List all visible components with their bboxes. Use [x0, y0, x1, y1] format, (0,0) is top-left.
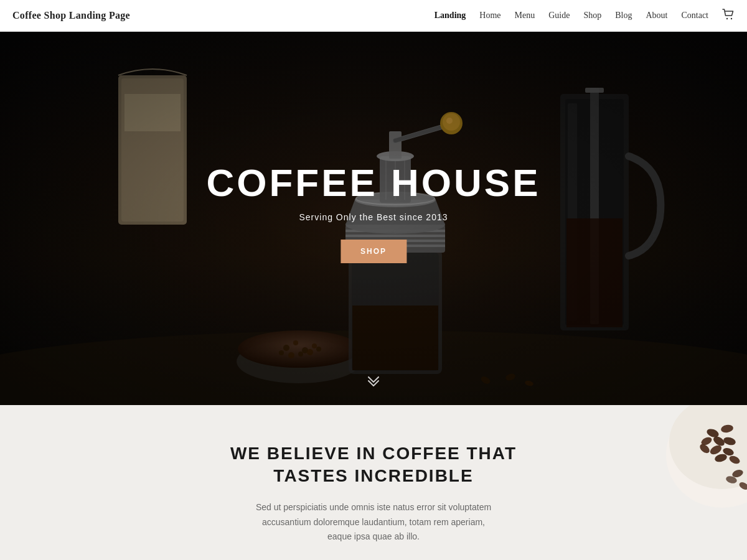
hero-title: COFFEE HOUSE [206, 164, 540, 202]
scroll-indicator [366, 373, 381, 390]
about-text-container: WE BELIEVE IN COFFEE THAT TASTES INCREDI… [187, 442, 560, 544]
header: Coffee Shop Landing Page Landing Home Me… [0, 0, 747, 32]
beans-corner [622, 405, 747, 542]
hero-content: COFFEE HOUSE Serving Only the Best since… [206, 164, 540, 263]
hero-shop-button[interactable]: SHOP [341, 240, 406, 263]
nav-item-home[interactable]: Home [479, 11, 500, 21]
about-section: WE BELIEVE IN COFFEE THAT TASTES INCREDI… [0, 405, 747, 560]
about-body: Sed ut perspiciatis unde omnis iste natu… [255, 500, 492, 544]
nav-item-blog[interactable]: Blog [615, 11, 632, 21]
svg-point-0 [726, 17, 728, 19]
nav-item-guide[interactable]: Guide [548, 11, 570, 21]
cart-icon[interactable] [722, 9, 735, 23]
about-title: WE BELIEVE IN COFFEE THAT TASTES INCREDI… [218, 442, 529, 488]
nav-item-shop[interactable]: Shop [583, 11, 601, 21]
svg-point-1 [731, 17, 732, 19]
site-logo: Coffee Shop Landing Page [12, 10, 130, 21]
hero-subtitle: Serving Only the Best since 2013 [206, 212, 540, 222]
nav-item-landing[interactable]: Landing [435, 11, 466, 21]
nav-item-contact[interactable]: Contact [681, 11, 708, 21]
nav-item-about[interactable]: About [646, 11, 667, 21]
hero-section: COFFEE HOUSE Serving Only the Best since… [0, 32, 747, 405]
nav-item-menu[interactable]: Menu [515, 11, 535, 21]
main-nav: Landing Home Menu Guide Shop Blog About … [435, 9, 735, 23]
